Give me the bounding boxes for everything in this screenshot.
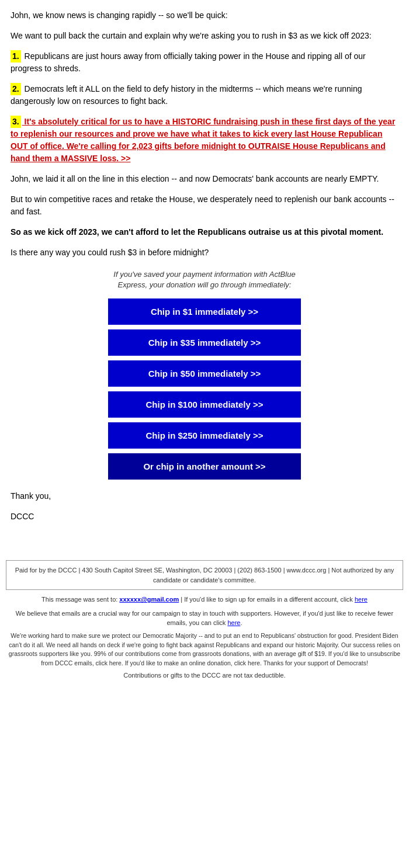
num-badge-1: 1. <box>11 50 21 63</box>
footer-sent-suffix: | If you'd like to sign up for emails in… <box>179 596 355 603</box>
para-rush: Is there any way you could rush $3 in be… <box>11 246 398 259</box>
footer-fewer-emails: We believe that emails are a crucial way… <box>6 609 403 628</box>
point1-body: Republicans are just hours away from off… <box>11 51 366 73</box>
footer-paid-for: Paid for by the DCCC | 430 South Capitol… <box>6 560 403 590</box>
footer-here-link-1[interactable]: here <box>355 596 368 603</box>
donate-btn-250[interactable]: Chip in $250 immediately >> <box>108 422 301 449</box>
footer-sent-prefix: This message was sent to: <box>41 596 119 603</box>
para-bold-outraise: So as we kick off 2023, we can't afford … <box>11 226 398 238</box>
footer-fine-print: We're working hard to make sure we prote… <box>8 631 401 668</box>
num-badge-2: 2. <box>11 83 21 95</box>
para-empty: John, we laid it all on the line in this… <box>11 173 398 185</box>
point2-body: Democrats left it ALL on the field to de… <box>11 84 362 106</box>
intro-text: We want to pull back the curtain and exp… <box>11 30 398 42</box>
donate-btn-50[interactable]: Chip in $50 immediately >> <box>108 360 301 387</box>
greeting-text: John, we know news is changing rapidly -… <box>11 9 398 22</box>
point-3: 3. It's absolutely critical for us to ha… <box>11 116 398 165</box>
donate-btn-100[interactable]: Chip in $100 immediately >> <box>108 391 301 418</box>
donate-btn-other[interactable]: Or chip in another amount >> <box>108 453 301 480</box>
para-replenish: But to win competitive races and retake … <box>11 193 398 218</box>
point-2: 2. Democrats left it ALL on the field to… <box>11 83 398 107</box>
donate-btn-1[interactable]: Chip in $1 immediately >> <box>108 298 301 325</box>
sign-off: Thank you, DCCC <box>11 490 398 523</box>
donation-section: If you've saved your payment information… <box>11 269 398 480</box>
footer-sent-to: This message was sent to: xxxxxx@gmail.c… <box>6 595 403 605</box>
footer-email: xxxxxx@gmail.com <box>119 596 179 603</box>
point-1: 1. Republicans are just hours away from … <box>11 50 398 75</box>
org-name: DCCC <box>11 511 398 523</box>
donate-btn-35[interactable]: Chip in $35 immediately >> <box>108 329 301 356</box>
actblue-note: If you've saved your payment information… <box>11 269 398 290</box>
footer-deductible: Contributions or gifts to the DCCC are n… <box>6 672 403 679</box>
thank-you: Thank you, <box>11 490 398 502</box>
num-badge-3: 3. <box>11 116 21 128</box>
footer-here-link-2[interactable]: here <box>227 619 240 626</box>
point3-body: It's absolutely critical for us to have … <box>11 117 395 163</box>
